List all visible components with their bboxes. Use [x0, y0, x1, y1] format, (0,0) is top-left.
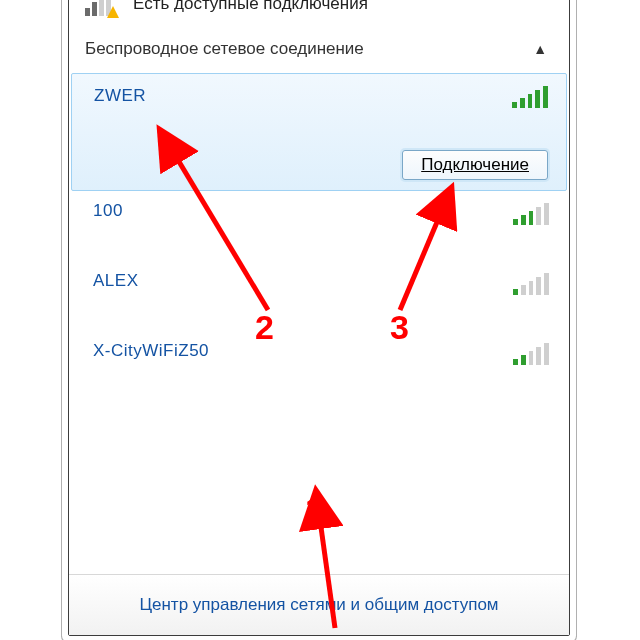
- connect-button[interactable]: Подключение: [402, 150, 548, 180]
- network-name: ALEX: [93, 271, 138, 291]
- network-flyout: Есть доступные подключения Беспроводное …: [68, 0, 570, 636]
- network-center-link[interactable]: Центр управления сетями и общим доступом: [69, 574, 569, 635]
- signal-icon: [513, 341, 549, 365]
- network-icon: [85, 0, 119, 18]
- section-wireless[interactable]: Беспроводное сетевое соединение ▲: [69, 25, 569, 73]
- annotation-3: 3: [390, 308, 409, 347]
- network-list: ZWER Подключение 100 ALEX X-CityWiFiZ50: [69, 73, 569, 401]
- network-item-alex[interactable]: ALEX: [69, 261, 569, 331]
- signal-icon: [513, 201, 549, 225]
- network-item-zwer[interactable]: ZWER Подключение: [71, 73, 567, 191]
- annotation-1: 1: [305, 490, 324, 529]
- network-item-100[interactable]: 100: [69, 191, 569, 261]
- chevron-up-icon: ▲: [533, 41, 547, 57]
- svg-rect-2: [99, 0, 104, 16]
- svg-rect-0: [85, 8, 90, 16]
- network-name: X-CityWiFiZ50: [93, 341, 209, 361]
- section-title: Беспроводное сетевое соединение: [85, 39, 364, 59]
- signal-icon: [512, 84, 548, 108]
- annotation-2: 2: [255, 308, 274, 347]
- network-name: 100: [93, 201, 123, 221]
- svg-rect-1: [92, 2, 97, 16]
- signal-icon: [513, 271, 549, 295]
- available-text: Есть доступные подключения: [133, 0, 368, 14]
- network-item-xcity[interactable]: X-CityWiFiZ50: [69, 331, 569, 401]
- network-name: ZWER: [94, 86, 146, 106]
- available-header: Есть доступные подключения: [69, 0, 569, 25]
